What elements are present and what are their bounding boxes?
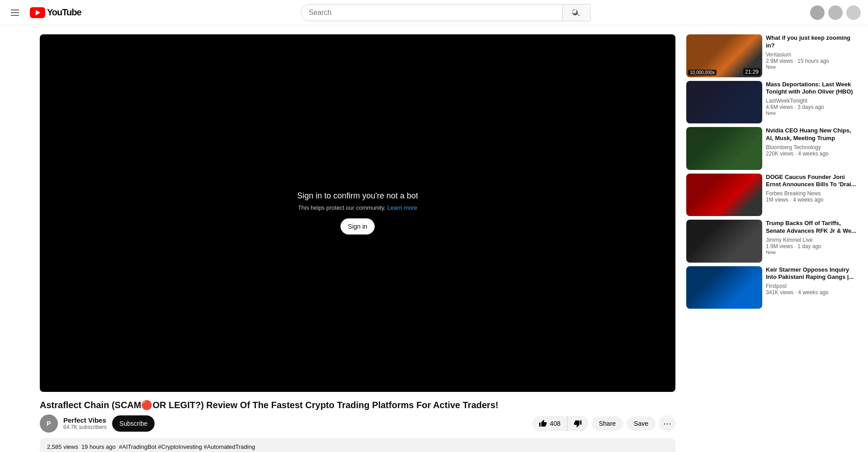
sidebar-info: Nvidia CEO Huang New Chips, AI, Musk, Me… <box>766 127 859 170</box>
like-button[interactable]: 408 <box>533 416 567 431</box>
subscribe-button[interactable]: Subscribe <box>112 415 155 432</box>
video-player[interactable]: Sign in to confirm you're not a bot This… <box>40 34 675 392</box>
channel-details: Perfect Vibes 64.7K subscribers <box>63 416 107 430</box>
sidebar-item[interactable]: Mass Deportations: Last Week Tonight wit… <box>686 81 859 124</box>
user-avatar-2[interactable] <box>828 5 843 20</box>
sign-in-overlay: Sign in to confirm you're not a bot This… <box>297 191 418 235</box>
sidebar-item[interactable]: DOGE Caucus Founder Joni Ernst Announces… <box>686 174 859 217</box>
sidebar-channel-name: Bloomberg Technology <box>766 144 859 151</box>
search-box <box>301 4 590 21</box>
sidebar-meta: 220K views · 4 weeks ago <box>766 151 859 157</box>
sidebar-thumbnail <box>686 174 762 217</box>
search-button[interactable] <box>562 5 590 21</box>
sidebar-info: DOGE Caucus Founder Joni Ernst Announces… <box>766 174 859 217</box>
channel-info: P Perfect Vibes 64.7K subscribers Subscr… <box>40 414 155 433</box>
sidebar-info: Trump Backs Off of Tariffs, Senate Advan… <box>766 220 859 263</box>
channel-subscribers: 64.7K subscribers <box>63 424 107 430</box>
main-content: Sign in to confirm you're not a bot This… <box>0 25 868 452</box>
views-badge: 10,000,000x <box>688 70 717 75</box>
sidebar: 21:29 10,000,000x What if you just keep … <box>686 25 868 452</box>
sidebar-new-badge: New <box>766 110 859 116</box>
sidebar-item[interactable]: Nvidia CEO Huang New Chips, AI, Musk, Me… <box>686 127 859 170</box>
user-avatar-3[interactable] <box>846 5 861 20</box>
thumbs-down-icon <box>574 419 582 428</box>
learn-more-link[interactable]: Learn more <box>387 204 417 211</box>
sidebar-meta: 1.9M views · 1 day ago <box>766 243 859 250</box>
youtube-logo-text: YouTube <box>47 7 81 18</box>
sidebar-channel-name: Firstpost <box>766 283 859 289</box>
search-area <box>301 4 590 21</box>
action-buttons: 408 Share Save ⋯ <box>533 415 675 432</box>
like-dislike-group: 408 <box>533 416 588 431</box>
sidebar-thumbnail: 21:29 10,000,000x <box>686 34 762 77</box>
sidebar-video-title: Mass Deportations: Last Week Tonight wit… <box>766 81 859 96</box>
sidebar-video-title: Trump Backs Off of Tariffs, Senate Advan… <box>766 220 859 235</box>
video-section: Sign in to confirm you're not a bot This… <box>0 25 686 452</box>
sidebar-item[interactable]: 21:29 10,000,000x What if you just keep … <box>686 34 859 77</box>
share-button[interactable]: Share <box>592 416 623 431</box>
user-avatar-1[interactable] <box>810 5 825 20</box>
thumbs-up-icon <box>539 419 547 428</box>
sidebar-new-badge: New <box>766 250 859 255</box>
sidebar-thumbnail <box>686 127 762 170</box>
sidebar-new-badge: New <box>766 64 859 70</box>
sidebar-channel-name: LastWeekTonight <box>766 98 859 104</box>
sidebar-item[interactable]: Trump Backs Off of Tariffs, Senate Advan… <box>686 220 859 263</box>
hamburger-menu[interactable] <box>7 6 23 19</box>
like-count: 408 <box>550 420 560 427</box>
sidebar-info: Mass Deportations: Last Week Tonight wit… <box>766 81 859 124</box>
dislike-button[interactable] <box>567 416 588 431</box>
sidebar-meta: 4.6M views · 3 days ago <box>766 104 859 110</box>
sidebar-video-title: DOGE Caucus Founder Joni Ernst Announces… <box>766 174 859 189</box>
channel-avatar[interactable]: P <box>40 414 58 433</box>
sidebar-info: What if you just keep zooming in? Verita… <box>766 34 859 77</box>
save-button[interactable]: Save <box>627 416 656 431</box>
sidebar-info: Keir Starmer Opposes Inquiry Into Pakist… <box>766 266 859 309</box>
sidebar-channel-name: Veritasium <box>766 52 859 58</box>
more-actions-button[interactable]: ⋯ <box>659 415 675 432</box>
channel-name[interactable]: Perfect Vibes <box>63 416 107 424</box>
sidebar-channel-name: Jimmy Kimmel Live <box>766 237 859 243</box>
sidebar-video-title: Nvidia CEO Huang New Chips, AI, Musk, Me… <box>766 127 859 142</box>
sidebar-meta: 2.9M views · 15 hours ago <box>766 58 859 64</box>
description-box[interactable]: 2,585 views 19 hours ago #AITradingBot #… <box>40 438 675 452</box>
sign-in-heading: Sign in to confirm you're not a bot <box>297 191 418 201</box>
sidebar-thumbnail <box>686 220 762 263</box>
sidebar-thumbnail <box>686 266 762 309</box>
video-title: Astraflect Chain (SCAM🔴OR LEGIT?) Review… <box>40 399 675 411</box>
sidebar-video-title: Keir Starmer Opposes Inquiry Into Pakist… <box>766 266 859 282</box>
sidebar-meta: 341K views · 4 weeks ago <box>766 289 859 296</box>
desc-stats: 2,585 views 19 hours ago #AITradingBot #… <box>47 443 668 450</box>
sidebar-meta: 1M views · 4 weeks ago <box>766 197 859 203</box>
sidebar-channel-name: Forbes Breaking News <box>766 190 859 197</box>
header-left: YouTube <box>7 6 81 19</box>
youtube-logo[interactable]: YouTube <box>30 7 81 18</box>
search-icon <box>572 8 581 17</box>
header: YouTube <box>0 0 868 25</box>
sign-in-button[interactable]: Sign in <box>340 218 375 235</box>
sidebar-item[interactable]: Keir Starmer Opposes Inquiry Into Pakist… <box>686 266 859 309</box>
video-meta-row: P Perfect Vibes 64.7K subscribers Subscr… <box>40 414 675 433</box>
sign-in-subtext: This helps protect our community. Learn … <box>297 204 418 211</box>
sidebar-video-title: What if you just keep zooming in? <box>766 34 859 50</box>
sidebar-thumbnail <box>686 81 762 124</box>
header-right <box>810 5 861 20</box>
video-duration: 21:29 <box>743 68 760 75</box>
youtube-logo-icon <box>30 7 45 18</box>
search-input[interactable] <box>302 5 562 21</box>
